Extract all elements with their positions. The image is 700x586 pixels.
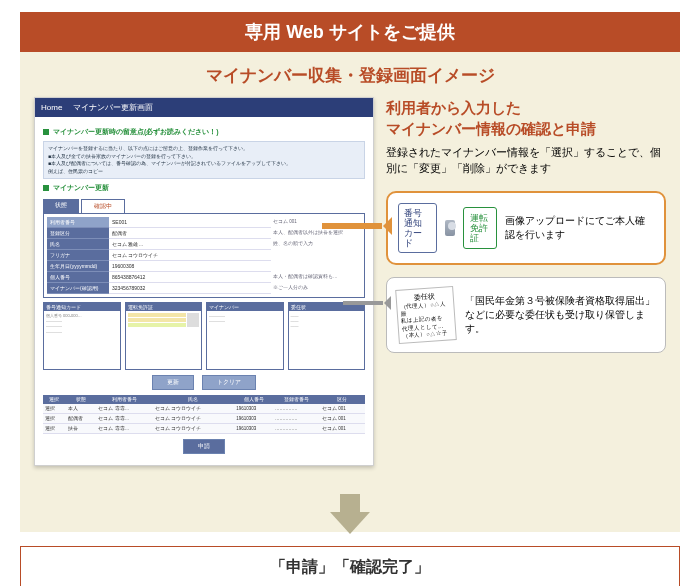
lead-desc: 登録されたマイナンバー情報を「選択」することで、個別に「変更」「削除」ができます [386, 145, 666, 177]
f-lab: 氏名 [47, 239, 109, 250]
th: 選択 [43, 395, 66, 404]
subtitle: マイナンバー収集・登録画面イメージ [34, 64, 666, 87]
callout-ininjo-text: 「国民年金第３号被保険者資格取得届出」などに必要な委任状も受け取り保管します。 [465, 294, 655, 337]
th: 利用者番号 [96, 395, 152, 404]
f-ext [271, 250, 361, 261]
note-line: マイナンバーを登録するに当たり、以下の点にはご留意の上、登録作業を行って下さい。 [48, 145, 360, 153]
clear-button[interactable]: トクリア [202, 375, 256, 390]
th: 氏名 [153, 395, 234, 404]
f-val[interactable]: セコム 雅雄… [109, 239, 271, 250]
tag-license: 運転免許証 [463, 207, 497, 250]
table-row[interactable]: 選択本人セコム 専専…セコム コウロウイチ19610303……………セコム 00… [43, 404, 365, 414]
card-mynumber[interactable]: マイナンバー―――――――― [206, 302, 284, 370]
callout-upload: 番号通知カード 運転免許証 画像アップロードにてご本人確認を行います [386, 191, 666, 266]
f-ext: 姓、名の順で入力 [271, 239, 361, 250]
footer-step: 「申請」「確認完了」 [20, 546, 680, 586]
f-ext: ※ご一人分のみ [271, 283, 361, 294]
nav-bar: Home マイナンバー更新画面 [35, 98, 373, 117]
lead-line1: 利用者から入力した [386, 97, 666, 118]
table-row[interactable]: 選択扶養セコム 専専…セコム コウロウイチ19610303……………セコム 00… [43, 424, 365, 434]
th: 登録者番号 [273, 395, 320, 404]
f-lab: マイナンバー(確認用) [47, 283, 109, 294]
pointer-icon [343, 296, 391, 310]
f-ext [271, 261, 361, 272]
f-lab: 利用者番号 [47, 217, 109, 228]
person-icon [445, 220, 455, 236]
update-button[interactable]: 更新 [152, 375, 194, 390]
section-notice-title: マイナンバー更新時の留意点(必ずお読みください！) [43, 127, 365, 137]
right-column: 利用者から入力した マイナンバー情報の確認と申請 登録されたマイナンバー情報を「… [386, 97, 666, 353]
f-val[interactable]: 323456789032 [109, 283, 271, 294]
section-update-title: マイナンバー更新 [43, 183, 365, 193]
nav-home[interactable]: Home [41, 103, 62, 112]
pointer-icon [322, 217, 392, 235]
tab-status[interactable]: 状態 [43, 199, 79, 213]
callout-upload-text: 画像アップロードにてご本人確認を行います [505, 214, 654, 242]
f-val[interactable]: 19600308 [109, 261, 271, 272]
f-lab: 個人番号 [47, 272, 109, 283]
tag-tsuchi-card: 番号通知カード [398, 203, 437, 254]
form: 利用者番号SE001セコム 001 登録区分配偶者本人、配偶者以外は扶養を選択 … [43, 213, 365, 298]
nav-crumb: マイナンバー更新画面 [73, 103, 153, 112]
f-val[interactable]: セコム コウロウイチ [109, 250, 271, 261]
lead-line2: マイナンバー情報の確認と申請 [386, 118, 666, 139]
tabs: 状態 確認中 [43, 199, 365, 213]
th: 区分 [320, 395, 365, 404]
table-row[interactable]: 選択配偶者セコム 専専…セコム コウロウイチ19610303……………セコム 0… [43, 414, 365, 424]
card-tsuchi[interactable]: 番号通知カード個人番号 000-000…―――――――――――― [43, 302, 121, 370]
flow-arrow-icon [330, 512, 370, 534]
callout-ininjo: 委任状 （代理人）○△人殿 私は上記の者を 代理人として… （本人）○△☆子 「… [386, 277, 666, 353]
doc-cards: 番号通知カード個人番号 000-000…―――――――――――― 運転免許証 マ… [43, 302, 365, 370]
f-lab: 生年月日(yyyymmdd) [47, 261, 109, 272]
f-val[interactable]: 配偶者 [109, 228, 271, 239]
records-table: 選択 状態 利用者番号 氏名 個人番号 登録者番号 区分 選択本人セコム 専専…… [43, 395, 365, 434]
th: 個人番号 [234, 395, 273, 404]
app-screenshot: Home マイナンバー更新画面 マイナンバー更新時の留意点(必ずお読みください！… [34, 97, 374, 466]
f-lab: 登録区分 [47, 228, 109, 239]
note-line: ■本人及び全ての扶養家族のマイナンバーの登録を行って下さい。 [48, 153, 360, 161]
card-ininjo[interactable]: 委任状―――――― [288, 302, 366, 370]
f-lab: フリガナ [47, 250, 109, 261]
f-val[interactable]: SE001 [109, 217, 271, 228]
ininjo-memo: 委任状 （代理人）○△人殿 私は上記の者を 代理人として… （本人）○△☆子 [395, 286, 457, 344]
card-license[interactable]: 運転免許証 [125, 302, 203, 370]
notice-box: マイナンバーを登録するに当たり、以下の点にはご留意の上、登録作業を行って下さい。… [43, 141, 365, 179]
note-line: 例えば、住民票のコピー [48, 168, 360, 176]
hero-banner: 専用 Web サイトをご提供 [20, 12, 680, 52]
f-ext: 本人・配偶者は確認資料も… [271, 272, 361, 283]
submit-button[interactable]: 申請 [183, 439, 225, 454]
tab-confirming[interactable]: 確認中 [81, 199, 125, 213]
stage: マイナンバー収集・登録画面イメージ Home マイナンバー更新画面 マイナンバー… [20, 52, 680, 532]
f-val[interactable]: 865438876412 [109, 272, 271, 283]
th: 状態 [66, 395, 97, 404]
note-line: ■本人及び配偶者については、番号確認の為、マイナンバーが付記されているファイルを… [48, 160, 360, 168]
